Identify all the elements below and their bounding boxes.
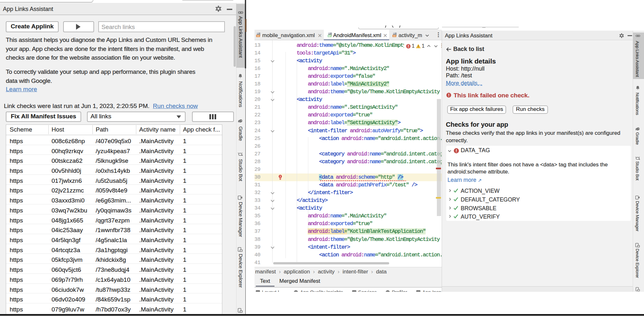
svg-text:<>: <> <box>257 35 259 37</box>
svg-text:<>: <> <box>393 35 396 37</box>
svg-text:MF: MF <box>328 35 331 37</box>
